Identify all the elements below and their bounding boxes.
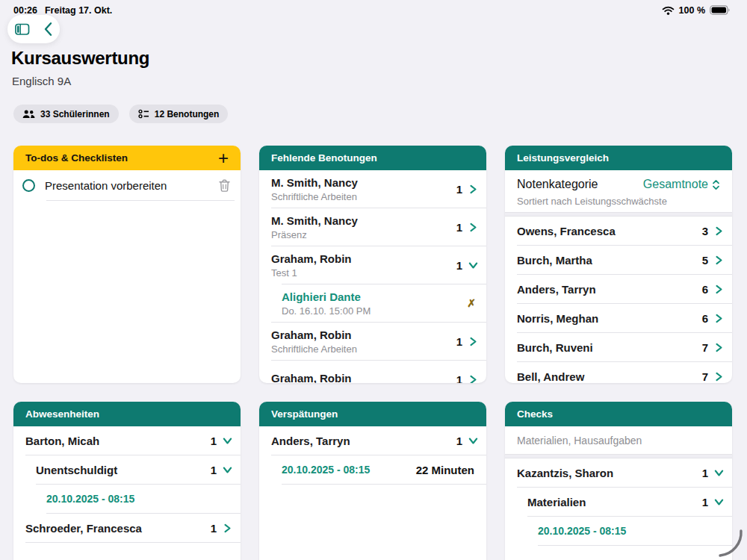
todo-item[interactable]: Presentation vorbereiten [13,170,241,200]
count-value: 1 [456,435,462,447]
count-value: 1 [211,522,217,535]
chevron-right-icon[interactable] [715,372,723,382]
updown-chevron-icon [712,179,720,190]
battery-icon [710,5,731,15]
student-name: M. Smith, Nancy [271,214,358,227]
add-todo-button[interactable]: + [218,151,229,166]
status-bar: 00:26 Freitag 17. Okt. 100 % [0,0,747,18]
students-badge-label: 33 Schülerinnen [40,109,110,119]
student-name: Kazantzis, Sharon [517,467,613,479]
chevron-right-icon[interactable] [715,255,723,265]
student-name: Bell, Andrew [517,370,584,383]
sidebar-toggle-icon[interactable] [15,23,30,36]
absence-row-expanded[interactable]: Barton, Micah 1 [13,426,241,455]
chevron-right-icon[interactable] [469,223,477,232]
missing-grade-row[interactable]: Graham, Robin 1 [259,361,486,383]
grade-value: 7 [702,370,708,383]
student-name: Burch, Martha [517,254,592,267]
check-row-expanded[interactable]: Kazantzis, Sharon 1 [505,458,732,487]
missing-grade-row[interactable]: Graham, Robin Schriftliche Arbeiten 1 [259,323,486,360]
page-subtitle: Englisch 9A [12,75,71,87]
missing-grade-row-expanded[interactable]: Graham, Robin Test 1 1 [259,246,486,284]
absence-type-row-expanded[interactable]: Unentschuldigt 1 [13,455,241,484]
student-name: M. Smith, Nancy [271,176,358,189]
student-name: Norris, Meghan [517,312,598,325]
student-name: Graham, Robin [271,329,357,341]
performance-row[interactable]: Anders, Tarryn 6 [505,275,732,303]
grade-category: Test 1 [271,267,352,279]
student-name: Graham, Robin [271,372,352,383]
todo-checkbox[interactable] [22,179,35,192]
chevron-right-icon[interactable] [715,226,723,236]
clock-time: 00:26 [13,5,37,16]
grade-value: 3 [702,225,708,237]
chevron-right-icon[interactable] [715,314,723,323]
lateness-row-expanded[interactable]: Anders, Tarryn 1 [259,426,486,455]
absence-date-row[interactable]: 20.10.2025 - 08:15 [13,485,241,513]
lateness-date-row[interactable]: 20.10.2025 - 08:15 22 Minuten [259,455,486,484]
count-value: 1 [456,335,462,348]
count-value: 1 [456,259,462,272]
missing-grade-row[interactable]: M. Smith, Nancy Schriftliche Arbeiten 1 [259,170,486,208]
divider [46,200,235,201]
chevron-down-icon[interactable] [714,469,724,477]
check-type-row-expanded[interactable]: Materialien 1 [505,488,732,516]
chevron-right-icon[interactable] [469,375,477,384]
entry-name: Alighieri Dante [282,290,371,303]
grade-value: 7 [702,341,708,354]
lateness-date: 20.10.2025 - 08:15 [282,464,370,476]
divider [25,542,241,543]
divider [538,545,732,546]
check-date-row[interactable]: 20.10.2025 - 08:15 [505,517,732,545]
category-selector[interactable]: Gesamtnote [643,178,720,191]
performance-row[interactable]: Norris, Meghan 6 [505,304,732,332]
performance-row[interactable]: Burch, Martha 5 [505,246,732,274]
clock-date: Freitag 17. Okt. [45,5,112,16]
performance-card-title: Leistungsvergleich [517,152,609,164]
absence-type: Unentschuldigt [36,464,117,476]
back-icon[interactable] [43,22,52,37]
chevron-right-icon[interactable] [223,523,232,533]
student-name: Anders, Tarryn [517,283,596,296]
check-date: 20.10.2025 - 08:15 [538,525,626,537]
category-label: Notenkategorie [517,178,598,191]
chevron-right-icon[interactable] [715,284,723,294]
missing-grade-row[interactable]: M. Smith, Nancy Präsenz 1 [259,208,486,246]
absence-row[interactable]: Schroeder, Francesca 1 [13,514,241,542]
checks-card-header: Checks [505,402,732,426]
student-name: Graham, Robin [271,252,352,265]
grade-category: Schriftliche Arbeiten [271,191,358,202]
performance-row[interactable]: Bell, Andrew 7 [505,362,732,383]
gradings-badge: 12 Benotungen [129,105,229,123]
lateness-duration: 22 Minuten [416,464,474,476]
chevron-down-icon[interactable] [468,261,478,270]
check-type: Materialien [527,496,586,508]
missing-grades-card-title: Fehlende Benotungen [271,152,377,164]
trash-icon[interactable] [219,179,230,192]
chevron-down-icon[interactable] [468,437,478,445]
chevron-down-icon[interactable] [223,466,232,474]
checks-card: Checks Materialien, Hausaufgaben Kazantz… [505,402,732,560]
chevron-down-icon[interactable] [714,498,724,506]
gradings-badge-label: 12 Benotungen [155,109,220,119]
chevron-right-icon[interactable] [715,343,723,352]
chevron-right-icon[interactable] [469,337,477,346]
absences-card-title: Abwesenheiten [25,408,99,420]
chevron-right-icon[interactable] [469,184,477,194]
nav-pill [7,15,60,43]
students-badge: 33 Schülerinnen [13,105,119,123]
absences-card-header: Abwesenheiten [13,402,241,426]
missing-grade-subrow[interactable]: Alighieri Dante Do. 16.10. 15:00 PM ✗ [259,284,486,322]
chevron-down-icon[interactable] [223,437,232,445]
battery-percent-label: 100 % [679,5,705,16]
performance-row[interactable]: Owens, Francesca 3 [505,217,732,245]
grade-value: 5 [702,254,708,267]
status-left: 00:26 Freitag 17. Okt. [13,5,112,16]
checks-subtitle: Materialien, Hausaufgaben [505,426,732,454]
kursauswertung-screen: 00:26 Freitag 17. Okt. 100 % [0,0,747,560]
student-name: Barton, Micah [25,435,99,447]
student-name: Burch, Ruveni [517,341,593,354]
grade-value: 6 [702,283,708,296]
performance-row[interactable]: Burch, Ruveni 7 [505,333,732,361]
todo-label: Presentation vorbereiten [45,179,219,192]
